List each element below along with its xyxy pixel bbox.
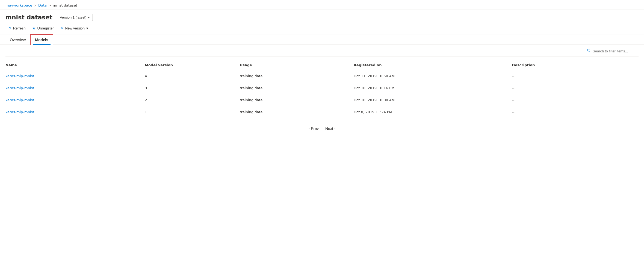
tab-models[interactable]: Models [30,34,53,45]
cell-description-2: -- [512,94,639,106]
pagination: ‹ Prev Next › [5,118,639,138]
refresh-button[interactable]: ↻ Refresh [5,24,28,32]
cell-version-1: 3 [145,82,240,94]
col-header-registered-on: Registered on [354,61,512,70]
filter-search[interactable]: ⛉ [587,49,639,53]
prev-label: Prev [311,126,319,131]
cell-description-0: -- [512,70,639,82]
tab-active-underline [33,44,50,45]
cell-name-2: keras-mlp-mnist [5,94,145,106]
tab-overview[interactable]: Overview [5,35,30,45]
filter-icon: ⛉ [587,49,591,53]
cell-registered-1: Oct 10, 2019 10:16 PM [354,82,512,94]
cell-registered-0: Oct 11, 2019 10:50 AM [354,70,512,82]
breadcrumb-workspace[interactable]: mayworkspace [5,3,32,7]
model-link-1[interactable]: keras-mlp-mnist [5,86,34,90]
filter-row: ⛉ [5,45,639,56]
cell-usage-2: training data [240,94,354,106]
cell-registered-3: Oct 8, 2019 11:24 PM [354,106,512,118]
cell-description-1: -- [512,82,639,94]
cell-name-1: keras-mlp-mnist [5,82,145,94]
cell-name-0: keras-mlp-mnist [5,70,145,82]
tab-models-label: Models [35,38,48,42]
next-label: Next [325,126,333,131]
version-chevron-icon: ▾ [88,15,90,19]
version-label: Version 1 (latest) [60,15,87,19]
model-link-3[interactable]: keras-mlp-mnist [5,110,34,114]
next-arrow-icon: › [334,127,335,130]
next-button[interactable]: Next › [323,125,338,132]
cell-version-3: 1 [145,106,240,118]
cell-description-3: -- [512,106,639,118]
models-table: Name Model version Usage Registered on D… [5,61,639,118]
tabs-row: Overview Models [0,34,644,45]
page-title: mnist dataset [5,14,52,21]
cell-version-2: 2 [145,94,240,106]
new-version-chevron-icon: ▾ [86,26,88,30]
filter-input[interactable] [593,49,639,53]
col-header-name: Name [5,61,145,70]
main-content: ⛉ Name Model version Usage Registered on… [0,45,644,138]
table-row: keras-mlp-mnist 4 training data Oct 11, … [5,70,639,82]
prev-arrow-icon: ‹ [309,127,310,130]
prev-button[interactable]: ‹ Prev [306,125,321,132]
unregister-button[interactable]: ★ Unregister [29,24,57,32]
col-header-description: Description [512,61,639,70]
breadcrumb: mayworkspace > Data > mnist dataset [0,0,644,10]
star-icon: ★ [32,26,36,30]
col-header-usage: Usage [240,61,354,70]
header-section: mnist dataset Version 1 (latest) ▾ ↻ Ref… [0,10,644,34]
model-link-0[interactable]: keras-mlp-mnist [5,74,34,78]
breadcrumb-current: mnist dataset [53,3,77,7]
refresh-label: Refresh [13,26,26,30]
unregister-label: Unregister [37,26,54,30]
cell-name-3: keras-mlp-mnist [5,106,145,118]
tab-overview-label: Overview [10,38,26,42]
new-version-button[interactable]: ✎ New version ▾ [58,24,91,32]
refresh-icon: ↻ [8,26,11,30]
new-version-label: New version [65,26,85,30]
cell-version-0: 4 [145,70,240,82]
model-link-2[interactable]: keras-mlp-mnist [5,98,34,102]
toolbar: ↻ Refresh ★ Unregister ✎ New version ▾ [5,24,639,34]
title-row: mnist dataset Version 1 (latest) ▾ [5,14,639,21]
version-dropdown[interactable]: Version 1 (latest) ▾ [57,14,93,21]
table-row: keras-mlp-mnist 2 training data Oct 10, … [5,94,639,106]
table-header-row: Name Model version Usage Registered on D… [5,61,639,70]
new-version-icon: ✎ [60,26,64,30]
cell-registered-2: Oct 10, 2019 10:00 AM [354,94,512,106]
cell-usage-0: training data [240,70,354,82]
col-header-model-version: Model version [145,61,240,70]
table-row: keras-mlp-mnist 1 training data Oct 8, 2… [5,106,639,118]
breadcrumb-sep-2: > [48,4,51,7]
breadcrumb-sep-1: > [34,4,37,7]
cell-usage-3: training data [240,106,354,118]
cell-usage-1: training data [240,82,354,94]
breadcrumb-section[interactable]: Data [38,3,47,7]
table-row: keras-mlp-mnist 3 training data Oct 10, … [5,82,639,94]
